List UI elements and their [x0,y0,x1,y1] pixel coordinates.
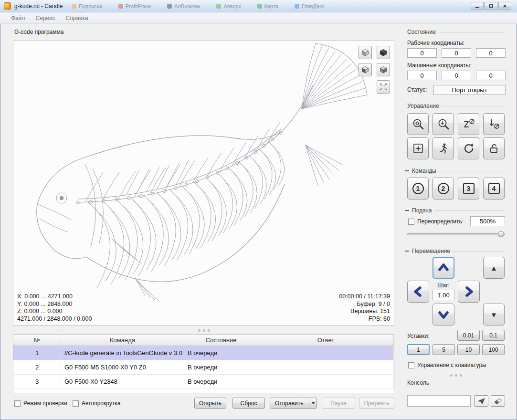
console-splitter-handle[interactable] [445,374,467,377]
bookmark-item: Карта [257,3,278,9]
menu-file[interactable]: Файл [8,13,29,23]
close-button[interactable]: × [498,2,511,10]
autoscroll-checkbox[interactable]: Автопрокрутка [73,400,120,407]
safe-position-button[interactable] [433,137,454,159]
bookmark-label: Апворк [223,3,241,9]
collapse-toggle[interactable] [405,251,409,252]
horizontal-splitter-handle[interactable] [193,329,215,332]
preset-1-button[interactable]: 1 [407,344,430,355]
window-titlebar: g-kode.nc - Candle Подписка ProfitPlace … [0,0,517,12]
jog-x-minus-button[interactable] [407,281,429,303]
feed-override-field[interactable]: 500% [470,216,505,226]
slider-handle[interactable] [498,231,504,237]
fit-view-button[interactable]: ↖↗ ↙↘ [377,80,390,94]
table-row[interactable]: 1 //G-kode generate in ToolsGenGkode v 3… [13,346,394,360]
zero-xy-button[interactable] [407,137,429,159]
console-input[interactable] [407,395,471,407]
cube-icon [380,66,387,74]
toolpath-viewport[interactable]: ↖↗ ↙↘ X: 0.000 ... 4271.000 Y: 0.000 ...… [13,41,394,326]
candle-window: g-kode.nc - Candle Подписка ProfitPlace … [0,0,517,420]
feed-override-checkbox[interactable]: Переопределить: [408,218,464,225]
unlock-icon [488,142,500,155]
view-isometric-button[interactable] [377,46,390,59]
chevron-down-icon [311,402,315,404]
unlock-button[interactable] [483,137,505,159]
view-top-button[interactable] [359,46,372,59]
table-row[interactable]: 2 G0 F500 M5 S1000 X0 Y0 Z0 В очереди [13,360,394,375]
reset-cycle-button[interactable] [458,137,479,159]
keyboard-control-checkbox[interactable]: Управление с клавиатуры [408,362,486,368]
menu-service[interactable]: Сервис [32,13,59,23]
jog-z-minus-button[interactable]: ▼ [483,304,505,326]
preset-0.01-button[interactable]: 0.01 [457,330,480,341]
preset-5-button[interactable]: 5 [433,344,455,355]
triangle-up-icon: ▲ [490,264,497,272]
zero-z-button[interactable] [458,113,479,135]
send-dropdown-button[interactable] [309,398,317,408]
command-table[interactable]: № Команда Состояние Ответ 1 //G-kode gen… [13,334,394,393]
preset-0.1-button[interactable]: 0.1 [482,330,505,341]
refresh-icon [463,142,475,155]
status-label: Статус: [407,86,427,93]
jog-y-minus-button[interactable] [433,304,454,326]
machine-coords-label: Машинные координаты: [407,62,471,69]
crosshair-table-icon [412,142,424,155]
bookmark-favicon [216,4,221,9]
table-row[interactable]: 3 G0 F500 X0 Y2848 В очереди [13,375,394,389]
user-command-2-button[interactable]: 2 [433,178,454,200]
console-clear-button[interactable] [491,395,505,407]
bookmark-item: ProfitPlace [118,3,151,9]
feed-override-slider[interactable] [407,231,505,238]
checkbox-box [408,362,414,368]
bookmark-label: ГлавДекс [302,3,325,9]
close-icon: × [503,3,507,9]
toolpath-extents-readout: X: 0.000 ... 4271.000 Y: 0.000 ... 2848.… [17,293,92,323]
pause-button[interactable]: Пауза [322,398,355,409]
collapse-toggle[interactable] [405,170,409,171]
jog-z-plus-button[interactable]: ▲ [483,257,505,279]
running-man-icon [437,142,450,155]
collapse-toggle[interactable] [405,210,409,211]
view-side-button[interactable] [377,63,390,76]
bookmark-label: Карта [264,3,278,9]
step-value-field[interactable]: 1.00 [433,290,454,300]
bookmark-label: АлВизитек [174,3,200,9]
machine-y-field: 0 [442,71,471,80]
console-send-button[interactable] [474,395,488,407]
view-front-button[interactable] [359,63,372,76]
maximize-button[interactable] [485,2,497,10]
cube-icon [361,66,369,74]
checkbox-box [73,400,79,407]
console-group-header: Консоль [407,379,505,386]
open-button[interactable]: Открыть [194,398,226,409]
zsafe-search-button[interactable] [433,113,454,135]
bookmark-favicon [118,4,123,9]
jog-y-plus-button[interactable] [433,257,454,279]
app-icon [4,2,11,10]
preset-10-button[interactable]: 10 [457,344,480,355]
chevron-up-icon [436,261,451,275]
user-command-4-button[interactable]: 4 [483,178,505,200]
work-y-field: 0 [442,48,471,58]
presets-label: Уставки: [407,333,430,339]
z-probe-button[interactable] [483,113,505,135]
commands-group-header: Команды [405,168,505,174]
menu-help[interactable]: Справка [63,13,92,23]
minimize-button[interactable] [471,2,484,10]
home-button[interactable] [407,113,429,135]
jog-group-header: Перемещение [405,248,505,254]
chevron-down-icon [436,307,451,322]
jog-x-plus-button[interactable] [458,281,480,303]
preset-100-button[interactable]: 100 [482,344,505,355]
checkbox-box [408,219,414,225]
work-z-field: 0 [476,48,506,58]
user-command-1-button[interactable]: 1 [407,178,429,200]
bookmark-item: Апворк [216,3,241,9]
reset-button[interactable]: Сброс [232,398,265,409]
user-command-3-button[interactable]: 3 [458,178,479,200]
abort-button[interactable]: Прервать [359,398,394,409]
check-mode-checkbox[interactable]: Режим проверки [14,400,67,407]
send-button[interactable]: Отправить [270,398,317,409]
menu-bar: Файл Сервис Справка [0,12,517,24]
window-title: g-kode.nc - Candle [14,3,63,10]
